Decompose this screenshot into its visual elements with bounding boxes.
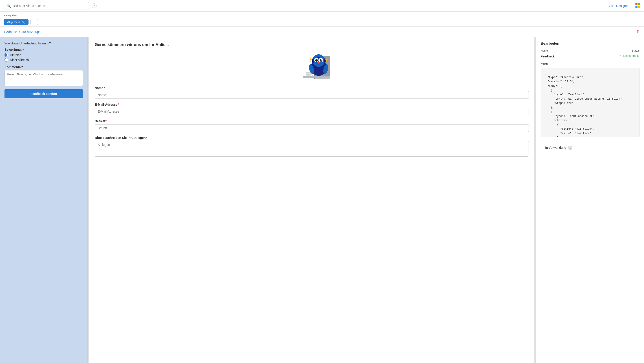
- bot-image-container: POLICE: [95, 52, 529, 81]
- description-required-star: *: [146, 136, 147, 140]
- email-input[interactable]: [95, 108, 529, 115]
- svg-text:POLICE: POLICE: [308, 74, 312, 76]
- radio-nicht-hilfreich-input[interactable]: [4, 58, 8, 62]
- left-panel: War diese Unterhaltung hilfreich? Bewert…: [0, 37, 88, 363]
- search-container: 🔍: [4, 2, 89, 9]
- email-required-star: *: [118, 103, 119, 106]
- right-panel: Bearbeiten Name Status ✓ funktionfähig J…: [536, 37, 644, 363]
- middle-panel: Gerne kümmern wir uns um Ihr Anlie... PO…: [89, 37, 534, 363]
- tab-add-button[interactable]: +: [30, 19, 38, 25]
- description-field-label: Bitte beschreiben Sie Ihr Anliegen *: [95, 136, 529, 140]
- tab-allgemein-label: Allgemein: [7, 20, 20, 24]
- in-verwendung-section: In Verwendung 1: [541, 142, 640, 154]
- count-badge: 1: [568, 146, 572, 150]
- editor-name-input[interactable]: [541, 54, 614, 59]
- designer-link[interactable]: Zum Designer →: [609, 3, 640, 8]
- status-check-icon: ✓: [619, 54, 622, 58]
- svg-point-13: [315, 59, 318, 62]
- categories-tabs: Allgemein ✏️ +: [4, 19, 640, 25]
- editor-name-field: Name: [541, 49, 614, 59]
- svg-point-15: [316, 59, 318, 60]
- subject-field-label: Betreff *: [95, 119, 529, 123]
- designer-link-arrow: →: [630, 4, 634, 8]
- right-panel-divider: [534, 37, 536, 363]
- search-input[interactable]: [13, 4, 86, 8]
- editor-title: Bearbeiten: [541, 41, 640, 45]
- comment-textarea[interactable]: [4, 70, 83, 86]
- rating-required-star: *: [23, 48, 24, 51]
- radio-nicht-hilfreich-label: Nicht hilfreich: [10, 58, 29, 62]
- description-textarea[interactable]: [95, 141, 529, 157]
- status-container: Status ✓ funktionfähig: [619, 49, 640, 58]
- categories-label: Kategorien: [4, 14, 640, 17]
- json-editor[interactable]: { "type": "AdaptiveCard", "version": "1.…: [541, 68, 640, 137]
- email-field: E-Mail-Adresse *: [95, 103, 529, 115]
- add-card-bar: + Adaptive Card hinzufügen 🗑: [0, 27, 644, 37]
- status-value: funktionfähig: [623, 54, 640, 57]
- subject-required-star: *: [105, 119, 106, 123]
- svg-rect-2: [303, 76, 330, 78]
- comment-label: Kommentar:: [4, 65, 83, 69]
- search-icon: 🔍: [6, 3, 11, 8]
- description-field: Bitte beschreiben Sie Ihr Anliegen *: [95, 136, 529, 157]
- help-icon[interactable]: ?: [92, 3, 96, 8]
- rating-label: Bewertung: *: [4, 48, 83, 51]
- name-field: Name *: [95, 86, 529, 99]
- subject-field: Betreff *: [95, 119, 529, 132]
- svg-point-14: [320, 59, 322, 62]
- radio-group: Hilfreich Nicht hilfreich: [4, 53, 83, 62]
- radio-nicht-hilfreich[interactable]: Nicht hilfreich: [4, 58, 83, 62]
- subject-input[interactable]: [95, 124, 529, 132]
- main-content: War diese Unterhaltung hilfreich? Bewert…: [0, 37, 644, 363]
- radio-hilfreich-label: Hilfreich: [10, 53, 21, 57]
- ms-logo: [636, 3, 640, 8]
- radio-hilfreich[interactable]: Hilfreich: [4, 53, 83, 57]
- svg-point-16: [321, 59, 322, 60]
- categories-bar: Kategorien Allgemein ✏️ +: [0, 12, 644, 27]
- status-badge: ✓ funktionfähig: [619, 54, 640, 58]
- svg-rect-8: [312, 58, 314, 63]
- bot-illustration: POLICE: [290, 52, 334, 81]
- form-title: Gerne kümmern wir uns um Ihr Anlie...: [95, 42, 529, 47]
- in-verwendung-title: In Verwendung 1: [545, 146, 635, 150]
- add-card-label: + Adaptive Card hinzufügen: [4, 30, 42, 34]
- tab-allgemein[interactable]: Allgemein ✏️: [4, 19, 28, 25]
- name-required-star: *: [104, 86, 105, 90]
- name-field-label: Name *: [95, 86, 529, 90]
- left-panel-divider: [88, 37, 89, 363]
- add-card-link[interactable]: + Adaptive Card hinzufügen: [4, 30, 42, 34]
- svg-point-17: [318, 62, 320, 64]
- designer-link-text: Zum Designer: [609, 4, 629, 8]
- editor-name-row: Name Status ✓ funktionfähig: [541, 49, 640, 59]
- topbar: 🔍 ? Zum Designer →: [0, 0, 644, 12]
- radio-hilfreich-input[interactable]: [4, 53, 8, 57]
- email-field-label: E-Mail-Adresse *: [95, 103, 529, 106]
- name-input[interactable]: [95, 91, 529, 99]
- tab-edit-icon: ✏️: [21, 20, 25, 24]
- status-label: Status: [632, 49, 640, 52]
- card-question: War diese Unterhaltung hilfreich?: [4, 41, 83, 45]
- submit-feedback-button[interactable]: Feedback senden: [4, 89, 83, 98]
- editor-name-label: Name: [541, 49, 614, 52]
- json-label: JSON: [541, 63, 640, 66]
- delete-icon[interactable]: 🗑: [636, 29, 640, 34]
- svg-rect-4: [306, 72, 311, 73]
